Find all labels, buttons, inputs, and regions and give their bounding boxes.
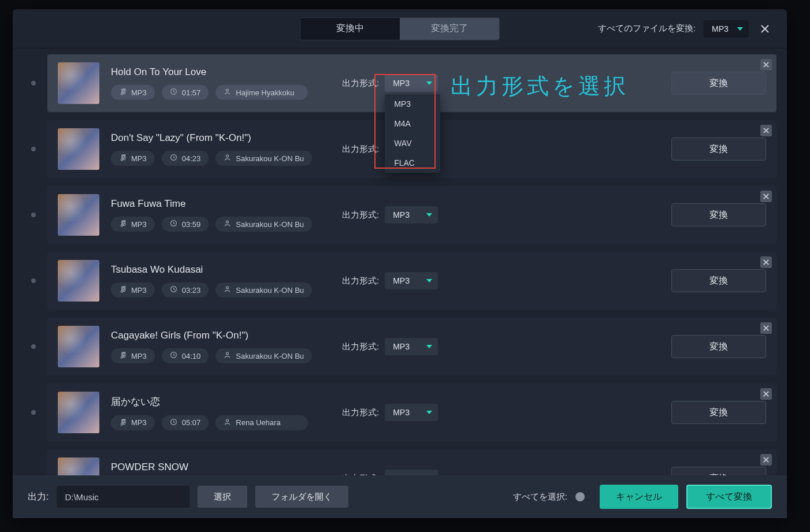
track-title: Fuwa Fuwa Time [111, 198, 330, 210]
track-row[interactable]: Fuwa Fuwa Time MP3 03:59 Sakurakou K-ON … [47, 186, 776, 244]
output-format-select[interactable]: MP3 [385, 272, 438, 289]
track-title: Cagayake! Girls (From "K-On!") [111, 330, 330, 341]
album-art [58, 392, 99, 433]
select-all-label: すべてを選択: [513, 492, 567, 503]
output-format-select[interactable]: MP3 [385, 206, 438, 224]
format-option[interactable]: FLAC [385, 153, 440, 173]
track-row[interactable]: POWDER SNOW MP3 04:16 小木曽雪菜 出力形式: MP3 変換 [47, 449, 776, 475]
all-files-format-select[interactable]: MP3 [704, 20, 749, 38]
artist-pill: Sakurakou K-ON Bu [215, 348, 312, 363]
convert-button[interactable]: 変換 [671, 72, 766, 95]
remove-track-button[interactable] [760, 256, 772, 268]
convert-button[interactable]: 変換 [671, 401, 766, 424]
output-format-label: 出力形式: [342, 407, 379, 418]
track-info-row: MP3 05:07 Rena Uehara [111, 415, 330, 430]
remove-track-button[interactable] [760, 59, 772, 70]
remove-track-button[interactable] [760, 454, 772, 466]
converter-modal: 変換中 変換完了 すべてのファイルを変換: MP3 Hold On To You… [13, 9, 787, 518]
convert-button[interactable]: 変換 [671, 335, 766, 358]
artist-pill: Sakurakou K-ON Bu [215, 217, 312, 232]
output-format-value: MP3 [393, 276, 410, 285]
duration-pill: 04:10 [162, 348, 209, 363]
format-pill: MP3 [111, 415, 155, 430]
format-option[interactable]: WAV [385, 133, 440, 153]
chevron-down-icon [426, 279, 432, 282]
track-meta: POWDER SNOW MP3 04:16 小木曽雪菜 [111, 462, 330, 475]
track-meta: Hold On To Your Love MP3 01:57 Hajime Hy… [111, 66, 330, 100]
choose-folder-button[interactable]: 選択 [198, 486, 247, 508]
convert-all-button[interactable]: すべて変換 [686, 485, 772, 509]
music-note-icon [119, 154, 127, 163]
output-format-label: 出力形式: [342, 341, 379, 352]
convert-button[interactable]: 変換 [671, 269, 766, 292]
svg-point-5 [226, 221, 229, 223]
output-format-value: MP3 [393, 474, 410, 475]
album-art [58, 260, 99, 302]
format-pill: MP3 [111, 348, 155, 363]
music-note-icon [119, 285, 127, 295]
user-icon [224, 220, 231, 229]
row-bullet [31, 278, 36, 283]
tab-converted[interactable]: 変換完了 [400, 18, 499, 40]
chevron-down-icon [737, 27, 743, 31]
open-folder-button[interactable]: フォルダを開く [255, 486, 348, 508]
track-info-row: MP3 03:59 Sakurakou K-ON Bu [111, 217, 330, 232]
album-art [58, 62, 99, 104]
track-row[interactable]: 届かない恋 MP3 05:07 Rena Uehara 出力形式: MP3 変換 [47, 384, 776, 441]
track-row[interactable]: Tsubasa Wo Kudasai MP3 03:23 Sakurakou K… [47, 252, 776, 310]
output-format-group: 出力形式: MP3 [342, 206, 438, 224]
output-format-select[interactable]: MP3 [385, 404, 438, 421]
svg-point-11 [226, 419, 229, 422]
album-art [58, 194, 99, 236]
track-info-row: MP3 03:23 Sakurakou K-ON Bu [111, 282, 330, 297]
remove-track-button[interactable] [760, 388, 772, 400]
format-dropdown: MP3M4AWAVFLAC [385, 94, 440, 173]
format-option[interactable]: M4A [385, 114, 440, 133]
music-note-icon [119, 220, 127, 229]
output-format-select[interactable]: MP3 [385, 338, 438, 355]
track-row[interactable]: Hold On To Your Love MP3 01:57 Hajime Hy… [47, 54, 776, 112]
output-format-value: MP3 [393, 79, 410, 88]
row-bullet [31, 213, 36, 217]
footer: 出力: 選択 フォルダを開く すべてを選択: キャンセル すべて変換 [13, 475, 787, 518]
track-list[interactable]: Hold On To Your Love MP3 01:57 Hajime Hy… [13, 49, 787, 475]
chevron-down-icon [426, 345, 432, 348]
duration-pill: 04:23 [162, 151, 209, 166]
track-meta: Don't Say "Lazy" (From "K-On!") MP3 04:2… [111, 132, 330, 166]
remove-track-button[interactable] [760, 191, 772, 202]
convert-button[interactable]: 変換 [671, 467, 766, 475]
convert-button[interactable]: 変換 [671, 137, 766, 161]
user-icon [224, 285, 231, 295]
track-meta: Cagayake! Girls (From "K-On!") MP3 04:10… [111, 330, 330, 363]
clock-icon [170, 154, 177, 163]
svg-point-3 [226, 155, 229, 157]
track-title: 届かない恋 [111, 395, 330, 408]
cancel-button[interactable]: キャンセル [600, 485, 678, 509]
close-icon [763, 457, 769, 463]
row-bullet [31, 81, 36, 85]
clock-icon [170, 88, 177, 97]
output-path-input[interactable] [57, 486, 190, 508]
track-title: Hold On To Your Love [111, 66, 330, 78]
remove-track-button[interactable] [760, 322, 772, 334]
remove-track-button[interactable] [760, 125, 772, 136]
track-title: Don't Say "Lazy" (From "K-On!") [111, 132, 330, 144]
track-row[interactable]: Cagayake! Girls (From "K-On!") MP3 04:10… [47, 318, 776, 375]
output-format-select[interactable]: MP3 MP3M4AWAVFLAC [385, 75, 438, 92]
close-icon [763, 194, 769, 199]
music-note-icon [119, 351, 127, 360]
all-files-format-value: MP3 [712, 24, 729, 34]
tab-converting[interactable]: 変換中 [300, 18, 400, 40]
select-all-toggle[interactable] [575, 492, 585, 501]
close-button[interactable] [757, 21, 773, 37]
output-format-label: 出力形式: [342, 144, 379, 155]
output-format-group: 出力形式: MP3 [342, 338, 438, 355]
output-format-label: 出力形式: [342, 473, 379, 476]
output-format-label: 出力形式: [342, 78, 379, 89]
format-option[interactable]: MP3 [385, 94, 440, 114]
output-format-select[interactable]: MP3 [385, 470, 438, 475]
album-art [58, 326, 99, 367]
svg-point-7 [226, 287, 229, 289]
format-pill: MP3 [111, 282, 155, 297]
convert-button[interactable]: 変換 [671, 203, 766, 226]
